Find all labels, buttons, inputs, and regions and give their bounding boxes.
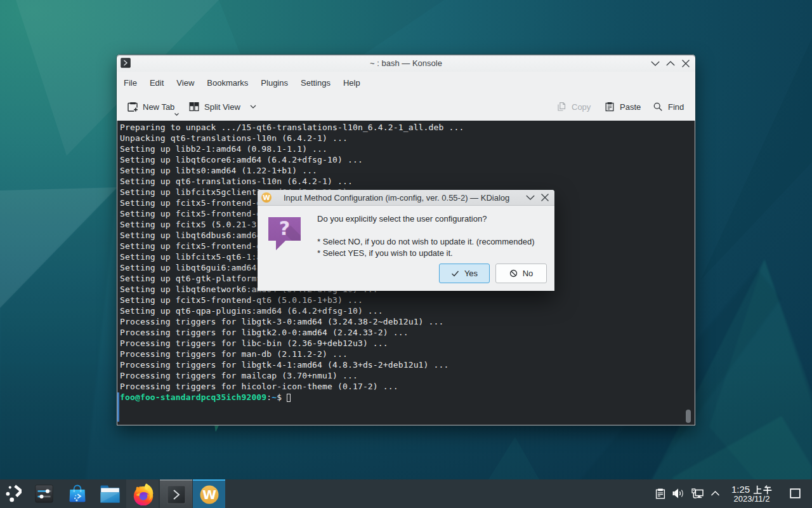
kdialog-window-title: Input Method Configuration (im-config, v… — [284, 193, 509, 203]
question-glyph: ? — [279, 217, 290, 239]
terminal-line: Setting up fcitx5-frontend-qt6 (5.0.16-1… — [120, 295, 464, 305]
dialog-hint-no: * Select NO, if you do not wish to updat… — [317, 237, 535, 246]
menu-help[interactable]: Help — [337, 78, 367, 88]
firefox-icon — [131, 483, 154, 505]
konsole-app-icon — [121, 58, 131, 68]
maximize-button[interactable] — [666, 59, 675, 68]
terminal-line: Processing triggers for man-db (2.11.2-2… — [120, 349, 464, 359]
clipboard-tray-icon[interactable] — [655, 488, 665, 499]
terminal-cursor — [287, 394, 291, 402]
w-letter: W — [263, 194, 270, 201]
find-button[interactable]: Find — [649, 96, 688, 117]
terminal-line: Processing triggers for libgtk2.0-0:amd6… — [120, 327, 464, 338]
menu-file[interactable]: File — [117, 78, 143, 88]
kdialog-window: W Input Method Configuration (im-config,… — [258, 190, 554, 291]
copy-button[interactable]: Copy — [553, 96, 594, 117]
terminal-line: Unpacking qt6-translations-l10n (6.4.2-1… — [120, 133, 464, 144]
terminal-line: Processing triggers for hicolor-icon-the… — [120, 381, 464, 392]
split-view-label: Split View — [204, 102, 240, 112]
clock-time-row: 1:25 — [723, 485, 780, 495]
terminal-scrollbar-thumb[interactable] — [686, 410, 691, 423]
menu-settings[interactable]: Settings — [294, 78, 337, 88]
taskbar: W 1:25 2023/11/2 — [0, 479, 812, 508]
terminal-line: Setting up qt6-qpa-plugins:amd64 (6.4.2+… — [120, 305, 464, 316]
paste-button[interactable]: Paste — [601, 96, 645, 117]
copy-label: Copy — [572, 102, 591, 112]
volume-tray-icon[interactable] — [672, 488, 684, 498]
paste-label: Paste — [620, 102, 641, 112]
kdialog-body: ? Do you explicitly select the user conf… — [258, 206, 554, 291]
konsole-toolbar: New Tab Split View Copy — [117, 93, 695, 121]
yes-button[interactable]: Yes — [439, 264, 490, 283]
file-manager-icon[interactable] — [100, 485, 120, 503]
new-tab-icon — [128, 102, 138, 112]
dialog-question-text: Do you explicitly select the user config… — [317, 214, 487, 224]
paste-icon — [605, 102, 615, 112]
clock-period-glyphs — [753, 485, 772, 495]
window-controls — [651, 55, 690, 72]
terminal-prompt-line: foo@foo-standardpcq35ich92009:~$ — [120, 392, 464, 403]
find-label: Find — [668, 102, 684, 112]
application-launcher-icon[interactable] — [3, 485, 22, 504]
close-button[interactable] — [681, 59, 690, 68]
find-icon — [653, 102, 663, 112]
new-tab-menu-arrow-icon — [174, 112, 180, 116]
yes-label: Yes — [464, 269, 478, 278]
check-icon — [451, 269, 459, 277]
no-label: No — [523, 269, 534, 278]
chevron-up-icon — [666, 59, 675, 68]
konsole-menubar: FileEditViewBookmarksPluginsSettingsHelp — [117, 72, 695, 93]
task-kdialog[interactable]: W — [193, 479, 225, 508]
show-desktop-icon[interactable] — [790, 488, 801, 498]
menu-plugins[interactable]: Plugins — [254, 78, 294, 88]
terminal-scroll-indicator — [117, 392, 119, 422]
prompt-symbol: $ — [277, 392, 282, 402]
network-tray-icon[interactable] — [691, 488, 704, 499]
w-badge-icon: W — [199, 485, 219, 504]
terminal-line: Processing triggers for libgtk-3-0:amd64… — [120, 316, 464, 327]
digital-clock[interactable]: 1:25 2023/11/2 — [723, 485, 780, 506]
split-view-button[interactable]: Split View — [185, 96, 261, 117]
menu-edit[interactable]: Edit — [143, 78, 170, 88]
terminal-line: Setting up qt6-translations-l10n (6.4.2-… — [120, 176, 464, 187]
clock-time: 1:25 — [731, 485, 750, 495]
menu-view[interactable]: View — [170, 78, 200, 88]
terminal-line: Preparing to unpack .../15-qt6-translati… — [120, 122, 464, 133]
no-button[interactable]: No — [495, 264, 547, 283]
terminal-line: Processing triggers for libgtk-4-1:amd64… — [120, 359, 464, 370]
terminal-line: Processing triggers for libc-bin (2.36-9… — [120, 338, 464, 349]
minimize-button[interactable] — [651, 59, 660, 68]
konsole-window-title: ~ : bash — Konsole — [117, 58, 695, 68]
close-icon — [540, 193, 549, 202]
copy-icon — [556, 102, 566, 112]
new-tab-button[interactable]: New Tab — [124, 96, 178, 117]
discover-icon[interactable] — [68, 485, 87, 504]
split-view-arrow-icon — [249, 104, 257, 109]
terminal-line: Setting up libb2-1:amd64 (0.98.1-1.1) ..… — [120, 144, 464, 154]
terminal-line: Setting up libts0:amd64 (1.22-1+b1) ... — [120, 165, 464, 176]
cancel-icon — [509, 269, 518, 277]
terminal-line: Processing triggers for mailcap (3.70+nm… — [120, 370, 464, 381]
kdialog-titlebar[interactable]: W Input Method Configuration (im-config,… — [258, 190, 554, 206]
tray-expand-icon[interactable] — [710, 490, 720, 497]
konsole-titlebar[interactable]: ~ : bash — Konsole — [117, 55, 695, 72]
konsole-task-icon — [167, 485, 186, 504]
menu-bookmarks[interactable]: Bookmarks — [200, 78, 254, 88]
close-icon — [681, 59, 690, 68]
kdialog-app-icon: W — [261, 192, 272, 203]
split-view-icon — [189, 102, 199, 112]
task-konsole[interactable] — [160, 479, 192, 508]
task-firefox[interactable] — [126, 479, 159, 508]
terminal-line: Setting up libqt6core6:amd64 (6.4.2+dfsg… — [120, 154, 464, 165]
clock-date: 2023/11/2 — [723, 495, 780, 503]
prompt-user-host: foo@foo-standardpcq35ich92009 — [120, 392, 266, 402]
dialog-hint-yes: * Select YES, if you wish to update it. — [317, 248, 453, 258]
chevron-down-icon — [526, 193, 535, 202]
system-settings-icon[interactable] — [35, 485, 53, 503]
question-icon: ? — [268, 212, 302, 251]
w-letter: W — [202, 487, 216, 502]
chevron-down-icon — [651, 59, 660, 68]
kdialog-more-button[interactable] — [526, 193, 535, 202]
kdialog-close-button[interactable] — [540, 193, 549, 202]
dialog-window-controls — [526, 190, 549, 205]
